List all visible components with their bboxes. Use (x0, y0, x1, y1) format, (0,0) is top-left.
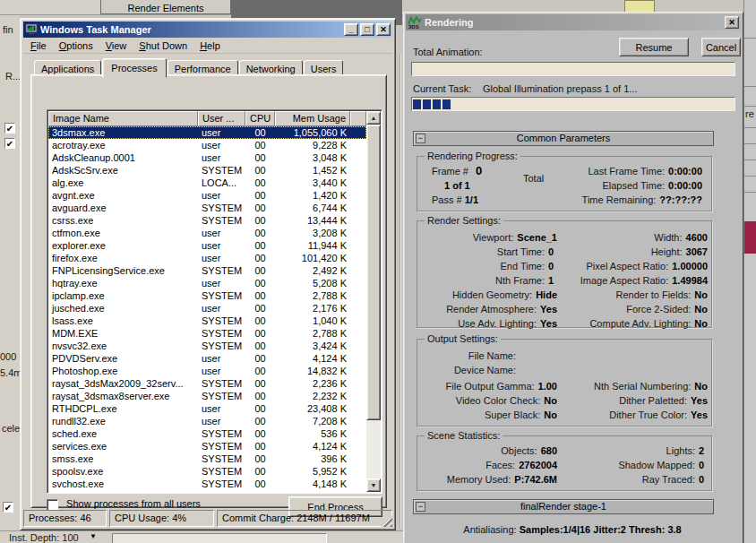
dropdown-arrow-icon[interactable]: ▼ (90, 532, 97, 540)
table-cell: user (198, 227, 245, 239)
table-row[interactable]: 3dsmax.exeuser001,055,060 K (48, 126, 366, 139)
table-row[interactable]: AdskCleanup.0001user003,048 K (48, 151, 366, 164)
table-cell: user (198, 126, 245, 139)
setting-row: Memory Used:P:742.6M (421, 472, 557, 487)
table-cell: 00 (245, 315, 275, 327)
table-cell: 00 (245, 402, 275, 415)
table-cell: 4,124 K (275, 440, 350, 452)
table-row[interactable]: explorer.exeuser0011,944 K (48, 239, 366, 252)
table-row[interactable]: spoolsv.exeSYSTEM005,952 K (48, 465, 366, 478)
table-cell: 5,952 K (275, 465, 350, 478)
resume-button[interactable]: Resume (619, 38, 689, 56)
table-row[interactable]: acrotray.exeuser009,228 K (48, 139, 366, 151)
table-row[interactable]: lsass.exeSYSTEM001,040 K (48, 315, 366, 327)
table-cell: SYSTEM (198, 264, 245, 277)
table-cell: 14,832 K (275, 365, 350, 377)
column-header-mem-usage[interactable]: Mem Usage (275, 111, 350, 126)
table-row[interactable]: sched.exeSYSTEM00536 K (48, 427, 366, 440)
table-cell: raysat_3dsMax2009_32serv... (48, 377, 198, 390)
table-cell: acrotray.exe (48, 139, 198, 151)
column-header-image-name[interactable]: Image Name (48, 111, 198, 126)
column-header-user[interactable]: User ... (198, 111, 245, 126)
table-cell: 2,788 K (275, 327, 350, 340)
table-cell: FNPLicensingService.exe (48, 264, 198, 277)
table-cell: hqtray.exe (48, 277, 198, 289)
collapse-icon[interactable]: − (416, 134, 425, 143)
table-row[interactable]: firefox.exeuser00101,420 K (48, 252, 366, 264)
table-cell: 00 (245, 139, 275, 151)
background-fragment-r: R... (5, 71, 21, 82)
table-cell: user (198, 252, 245, 264)
table-row[interactable]: RTHDCPL.exeuser0023,408 K (48, 402, 366, 415)
render-elements-rollout-header[interactable]: Render Elements (100, 0, 231, 14)
task-manager-titlebar[interactable]: Windows Task Manager _ □ ✕ (23, 22, 392, 38)
background-checkbox[interactable]: ✔ (4, 123, 15, 134)
menu-view[interactable]: View (100, 39, 133, 53)
vertical-scrollbar[interactable]: ▲ ▼ (366, 111, 381, 492)
scrollbar-thumb[interactable] (366, 125, 381, 420)
maximize-button[interactable]: □ (360, 23, 374, 36)
table-row[interactable]: AdskScSrv.exeSYSTEM001,452 K (48, 164, 366, 177)
table-cell: 2,788 K (275, 289, 350, 302)
menu-file[interactable]: File (25, 39, 52, 53)
table-row[interactable]: jusched.exeuser002,176 K (48, 302, 366, 315)
collapse-icon[interactable]: − (416, 502, 425, 512)
render-settings-left: Viewport:Scene_1Start Time:0End Time:0Nt… (421, 230, 557, 331)
setting-row: Force 2-Sided:No (557, 302, 708, 316)
table-row[interactable]: raysat_3dsMax2009_32serv...SYSTEM002,236… (48, 377, 366, 390)
cancel-button[interactable]: Cancel (701, 38, 741, 56)
table-row[interactable]: MDM.EXESYSTEM002,788 K (48, 327, 366, 340)
background-checkbox[interactable]: ✔ (3, 502, 13, 513)
common-parameters-rollout[interactable]: − Common Parameters (413, 131, 714, 146)
tab-processes[interactable]: Processes (102, 58, 166, 78)
table-cell: 00 (245, 277, 275, 289)
rendering-titlebar[interactable]: 3DS Rendering ✕ (406, 14, 741, 30)
show-all-users-checkbox[interactable] (47, 499, 58, 511)
scroll-down-icon[interactable]: ▼ (366, 478, 381, 492)
table-cell: ctfmon.exe (48, 227, 198, 239)
window-title: Windows Task Manager (40, 24, 342, 35)
table-cell: 2,232 K (275, 390, 350, 402)
table-row[interactable]: avgnt.exeuser001,420 K (48, 189, 366, 202)
table-row[interactable]: alg.exeLOCA...003,440 K (48, 177, 366, 189)
close-icon[interactable]: ✕ (725, 16, 739, 29)
table-cell: raysat_3dsmax8server.exe (48, 390, 198, 402)
table-row[interactable]: ctfmon.exeuser003,208 K (48, 227, 366, 239)
table-row[interactable]: csrss.exeSYSTEM0013,444 K (48, 214, 366, 227)
column-header-cpu[interactable]: CPU (245, 111, 275, 126)
table-row[interactable]: PDVDServ.exeuser004,124 K (48, 352, 366, 365)
table-row[interactable]: smss.exeSYSTEM00396 K (48, 452, 366, 465)
menu-shutdown[interactable]: Shut Down (133, 39, 193, 53)
scroll-up-icon[interactable]: ▲ (366, 111, 381, 125)
table-cell: nvsvc32.exe (48, 340, 198, 352)
table-row[interactable]: svchost.exeSYSTEM004,148 K (48, 478, 366, 490)
table-cell: 00 (245, 452, 275, 465)
table-cell: 00 (245, 289, 275, 302)
background-color-swatch-maroon[interactable] (744, 221, 756, 254)
table-cell: 00 (245, 239, 275, 252)
task-manager-icon (25, 23, 38, 36)
finalrender-rollout[interactable]: − finalRender stage-1 (413, 499, 714, 514)
background-checkbox[interactable]: ✔ (4, 138, 15, 149)
close-button[interactable]: ✕ (376, 23, 391, 36)
table-row[interactable]: Photoshop.exeuser0014,832 K (48, 365, 366, 377)
menu-help[interactable]: Help (194, 39, 226, 53)
minimize-button[interactable]: _ (344, 23, 358, 36)
table-cell: SYSTEM (198, 427, 245, 440)
table-row[interactable]: FNPLicensingService.exeSYSTEM002,492 K (48, 264, 366, 277)
table-row[interactable]: services.exeSYSTEM004,124 K (48, 440, 366, 452)
antialiasing-value: Samples:1/4|16 Jitter:2 Thresh: 3.8 (520, 524, 682, 535)
table-cell: 00 (245, 340, 275, 352)
table-row[interactable]: nvsvc32.exeSYSTEM003,424 K (48, 340, 366, 352)
rollout-title: finalRender stage-1 (520, 501, 606, 512)
table-row[interactable]: avguard.exeSYSTEM006,744 K (48, 202, 366, 214)
table-row[interactable]: hqtray.exeuser005,208 K (48, 277, 366, 289)
table-cell: 23,408 K (275, 402, 350, 415)
table-row[interactable]: raysat_3dsmax8server.exeSYSTEM002,232 K (48, 390, 366, 402)
setting-row: File Name: (421, 349, 528, 363)
menu-options[interactable]: Options (54, 39, 99, 53)
table-row[interactable]: rundll32.exeuser007,208 K (48, 415, 366, 427)
table-row[interactable]: ipclamp.exeSYSTEM002,788 K (48, 289, 366, 302)
setting-row: Objects:680 (421, 444, 557, 458)
table-cell: SYSTEM (198, 164, 245, 177)
